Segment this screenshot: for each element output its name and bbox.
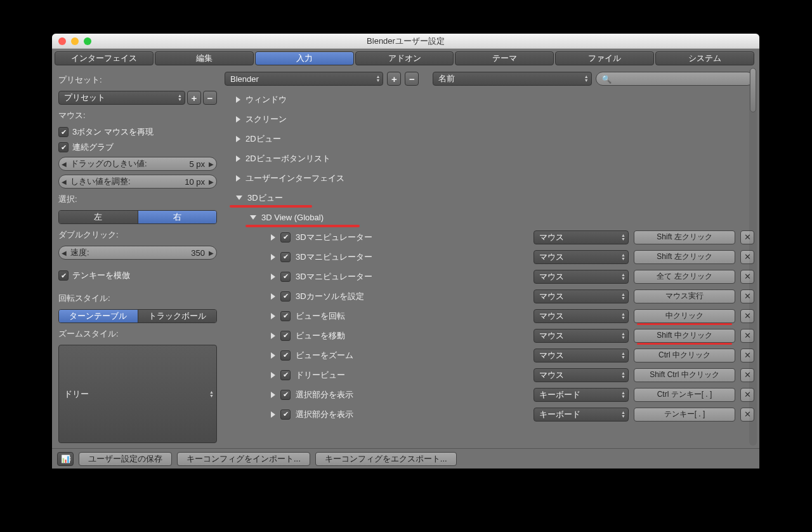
updown-icon: ▲▼ <box>621 371 625 379</box>
footer: 📊▲▼ ユーザー設定の保存 キーコンフィグをインポート... キーコンフィグをエ… <box>52 448 759 469</box>
tree-label: 2Dビューボタンリスト <box>246 153 331 164</box>
disclosure-icon[interactable] <box>271 293 275 300</box>
binding-checkbox[interactable]: ✔ <box>280 311 291 321</box>
disclosure-icon[interactable] <box>271 392 275 398</box>
select-right[interactable]: 右 <box>138 211 217 223</box>
tree-item-3dview[interactable]: 3Dビュー <box>236 188 754 208</box>
binding-checkbox[interactable]: ✔ <box>280 331 291 341</box>
search-input[interactable]: 🔍 <box>596 72 754 86</box>
binding-key-button[interactable]: Shift 左クリック <box>634 230 735 244</box>
tree-item[interactable]: ウィンドウ <box>236 90 754 109</box>
disclosure-icon[interactable] <box>271 234 275 241</box>
binding-type-select[interactable]: マウス▲▼ <box>534 289 629 303</box>
sort-select[interactable]: 名前 ▲▼ <box>433 72 591 86</box>
binding-type-label: キーボード <box>539 409 580 420</box>
binding-key-button[interactable]: Ctrl テンキー[ . ] <box>634 388 735 402</box>
tree-item[interactable]: 2Dビューボタンリスト <box>236 149 754 168</box>
binding-key-button[interactable]: Ctrl 中クリック <box>634 349 735 362</box>
chevron-right-icon: ▶ <box>209 249 214 256</box>
binding-checkbox[interactable]: ✔ <box>280 350 291 361</box>
tree-item[interactable]: ユーザーインターフェイス <box>236 168 754 188</box>
binding-key-button[interactable]: テンキー[ . ] <box>634 408 735 422</box>
disclosure-icon[interactable] <box>271 254 275 260</box>
disclosure-icon[interactable] <box>271 333 275 339</box>
tab-file[interactable]: ファイル <box>555 51 654 65</box>
updown-icon: ▲▼ <box>376 75 380 83</box>
preset-add-button[interactable]: + <box>187 91 201 105</box>
binding-type-select[interactable]: マウス▲▼ <box>534 270 629 284</box>
tab-themes[interactable]: テーマ <box>455 51 554 65</box>
binding-checkbox[interactable]: ✔ <box>280 291 291 302</box>
binding-name: 3Dマニピュレーター <box>296 251 528 263</box>
binding-type-select[interactable]: マウス▲▼ <box>534 309 629 323</box>
disclosure-icon <box>236 175 240 182</box>
preset-value: プリセット <box>64 92 105 103</box>
scrollbar[interactable] <box>749 68 757 446</box>
disclosure-icon[interactable] <box>271 352 275 359</box>
select-label: 選択: <box>58 192 217 206</box>
preset-remove-button[interactable]: − <box>203 91 217 105</box>
binding-name: 3Dカーソルを設定 <box>296 291 528 302</box>
preset-select[interactable]: プリセット ▲▼ <box>58 91 185 105</box>
binding-name: 3Dマニピュレーター <box>296 271 528 283</box>
tab-input[interactable]: 入力 <box>255 51 354 65</box>
binding-type-select[interactable]: キーボード▲▼ <box>534 408 629 422</box>
tab-addons[interactable]: アドオン <box>355 51 454 65</box>
binding-key-button[interactable]: 中クリック <box>634 309 735 323</box>
scrollbar-thumb[interactable] <box>750 68 756 112</box>
binding-type-select[interactable]: マウス▲▼ <box>534 250 629 264</box>
binding-key-button[interactable]: Shift 中クリック <box>634 329 735 343</box>
import-keyconfig-button[interactable]: キーコンフィグをインポート... <box>177 452 310 466</box>
binding-type-select[interactable]: マウス▲▼ <box>534 349 629 362</box>
orbit-turntable[interactable]: ターンテーブル <box>59 310 138 323</box>
binding-type-label: マウス <box>539 271 564 283</box>
binding-checkbox[interactable]: ✔ <box>280 370 291 380</box>
select-toggle[interactable]: 左 右 <box>58 210 217 224</box>
emulate-numpad-checkbox[interactable]: ✔ テンキーを模倣 <box>58 270 217 281</box>
binding-checkbox[interactable]: ✔ <box>280 409 291 420</box>
binding-key-button[interactable]: マウス実行 <box>634 289 735 303</box>
binding-type-select[interactable]: マウス▲▼ <box>534 230 629 244</box>
select-left[interactable]: 左 <box>59 211 138 223</box>
binding-type-select[interactable]: マウス▲▼ <box>534 329 629 343</box>
emulate-numpad-label: テンキーを模倣 <box>72 270 130 281</box>
disclosure-icon[interactable] <box>271 313 275 319</box>
tab-editing[interactable]: 編集 <box>155 51 254 65</box>
binding-key-button[interactable]: 全て 左クリック <box>634 270 735 284</box>
keyconfig-add-button[interactable]: + <box>387 72 401 86</box>
keyconfig-select[interactable]: Blender ▲▼ <box>225 72 383 86</box>
keyconfig-remove-button[interactable]: − <box>405 72 419 86</box>
orbit-toggle[interactable]: ターンテーブル トラックボール <box>58 309 217 323</box>
save-settings-button[interactable]: ユーザー設定の保存 <box>79 452 172 466</box>
binding-list: ✔3Dマニピュレーターマウス▲▼Shift 左クリック✕✔3Dマニピュレーターマ… <box>236 227 754 424</box>
emulate-3button-checkbox[interactable]: ✔ 3ボタン マウスを再現 <box>58 126 217 138</box>
tree-label: ウィンドウ <box>246 94 287 105</box>
tab-system[interactable]: システム <box>655 51 754 65</box>
binding-checkbox[interactable]: ✔ <box>280 252 291 262</box>
drag-threshold-field[interactable]: ◀ ドラッグのしきい値: 5 px ▶ <box>58 157 217 171</box>
disclosure-icon[interactable] <box>271 411 275 418</box>
disclosure-icon[interactable] <box>271 372 275 378</box>
continuous-grab-checkbox[interactable]: ✔ 連続グラブ <box>58 142 217 153</box>
tweak-threshold-field[interactable]: ◀ しきい値を調整: 10 px ▶ <box>58 175 217 189</box>
editor-type-button[interactable]: 📊▲▼ <box>57 452 74 466</box>
tree-item[interactable]: スクリーン <box>236 109 754 129</box>
binding-type-label: マウス <box>539 310 564 322</box>
keymap-tree: ウィンドウ スクリーン 2Dビュー 2Dビューボタンリスト ユーザーインターフェ… <box>223 90 754 448</box>
disclosure-icon[interactable] <box>271 274 275 280</box>
updown-icon: ▲▼ <box>178 94 182 102</box>
orbit-trackball[interactable]: トラックボール <box>138 310 217 323</box>
tree-item[interactable]: 2Dビュー <box>236 129 754 149</box>
binding-type-select[interactable]: マウス▲▼ <box>534 368 629 382</box>
binding-checkbox[interactable]: ✔ <box>280 272 291 282</box>
binding-checkbox[interactable]: ✔ <box>280 390 291 400</box>
tab-interface[interactable]: インターフェイス <box>55 51 154 65</box>
zoom-style-select[interactable]: ドリー ▲▼ <box>58 345 217 443</box>
updown-icon: ▲▼ <box>621 352 625 359</box>
binding-key-button[interactable]: Shift Ctrl 中クリック <box>634 368 735 382</box>
binding-checkbox[interactable]: ✔ <box>280 232 291 243</box>
binding-type-select[interactable]: キーボード▲▼ <box>534 388 629 402</box>
speed-field[interactable]: ◀ 速度: 350 ▶ <box>58 246 217 260</box>
binding-key-button[interactable]: Shift 左クリック <box>634 250 735 264</box>
export-keyconfig-button[interactable]: キーコンフィグをエクスポート... <box>315 452 457 466</box>
